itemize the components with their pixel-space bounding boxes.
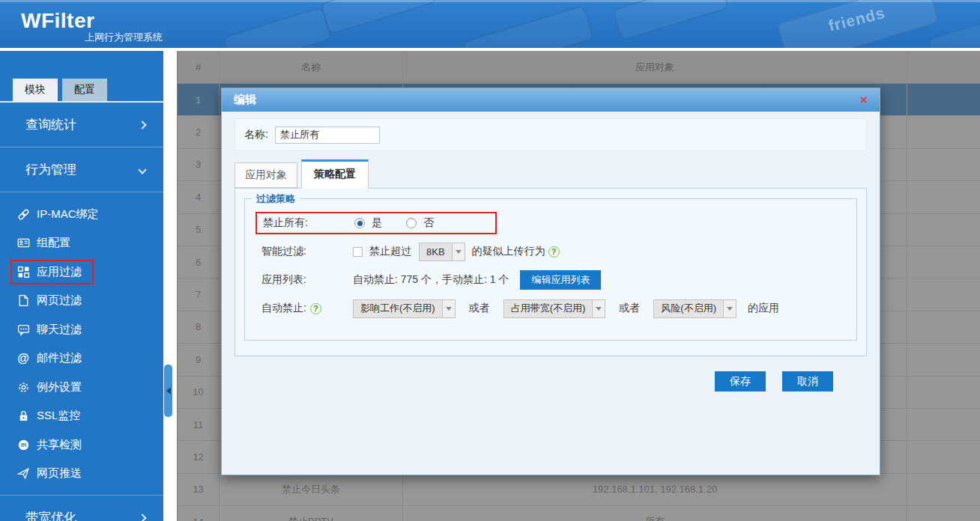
section-label: 行为管理 <box>25 161 76 178</box>
sidebar-item-group-config[interactable]: 组配置 <box>0 229 163 258</box>
auto-ban-dropdown-2[interactable]: 占用带宽(不启用) <box>503 299 606 318</box>
radio-no-label: 否 <box>423 216 434 230</box>
at-icon: @ <box>16 352 30 365</box>
policy-config-panel: 过滤策略 禁止所有: 是 否 智能过滤: 禁止超过 <box>235 188 867 356</box>
tab-config[interactable]: 配置 <box>62 79 107 101</box>
auto-ban-dropdown-1[interactable]: 影响工作(不启用) <box>353 299 456 318</box>
help-icon[interactable]: ? <box>548 246 560 258</box>
dialog-body: 名称: 应用对象 策略配置 过滤策略 禁止所有: 是 否 <box>222 112 880 391</box>
keyboard-key-decoration <box>320 0 437 35</box>
sidebar-submenu: IP-MAC绑定 组配置 应用过滤 网页过滤 聊天过滤 @ 邮件过滤 例外设置 <box>0 192 163 496</box>
sidebar-item-share-detect[interactable]: m 共享检测 <box>0 430 163 460</box>
name-label: 名称: <box>244 128 268 141</box>
chevron-right-icon <box>138 121 146 129</box>
sidebar-item-label: SSL监控 <box>37 409 80 423</box>
auto-ban-dropdown-3[interactable]: 风险(不启用) <box>653 299 736 318</box>
smart-filter-checkbox[interactable] <box>353 247 363 257</box>
app-list-label: 应用列表: <box>261 273 353 287</box>
forbid-all-label: 禁止所有: <box>263 216 354 230</box>
size-dropdown-value: 8KB <box>420 243 452 260</box>
name-field-row: 名称: <box>235 118 867 151</box>
app-list-summary: 自动禁止: 775 个，手动禁止: 1 个 <box>353 273 509 287</box>
link-icon <box>16 207 30 221</box>
sidebar-item-label: 邮件过滤 <box>37 351 82 365</box>
sidebar-item-web-filter[interactable]: 网页过滤 <box>0 287 163 316</box>
sidebar-item-chat-filter[interactable]: 聊天过滤 <box>0 315 163 344</box>
tab-policy-config[interactable]: 策略配置 <box>301 159 369 189</box>
app-logo: WFilter <box>21 9 94 33</box>
section-label: 查询统计 <box>25 116 76 133</box>
save-button[interactable]: 保存 <box>715 371 766 391</box>
sidebar: 模块 配置 查询统计 行为管理 IP-MAC绑定 组配置 应用过滤 网页过滤 <box>0 51 163 521</box>
auto-ban-label-text: 自动禁止: <box>261 302 306 315</box>
or-text: 或者 <box>469 302 490 315</box>
sidebar-section-bandwidth[interactable]: 带宽优化 <box>0 496 163 521</box>
chevron-down-icon <box>138 165 146 174</box>
sidebar-item-label: 网页推送 <box>37 466 82 481</box>
tab-modules[interactable]: 模块 <box>13 79 58 101</box>
globe-icon: m <box>16 438 30 451</box>
annotation-red-box: 应用过滤 <box>10 260 94 284</box>
size-dropdown[interactable]: 8KB <box>419 243 465 261</box>
smart-filter-text-before: 禁止超过 <box>369 245 411 258</box>
radio-yes-label: 是 <box>372 216 382 230</box>
id-card-icon <box>16 237 30 250</box>
dropdown-arrow-icon <box>723 300 736 317</box>
smart-filter-row: 智能过滤: 禁止超过 8KB 的疑似上传行为 ? <box>261 240 856 263</box>
collapse-arrow-icon <box>166 387 171 394</box>
or-text: 或者 <box>619 302 640 315</box>
sidebar-item-web-push[interactable]: 网页推送 <box>0 460 163 489</box>
keyboard-key-decoration <box>462 4 595 48</box>
app-header: friends WFilter 上网行为管理系统 <box>0 0 980 48</box>
app-subtitle: 上网行为管理系统 <box>85 31 163 44</box>
forbid-all-row: 禁止所有: 是 否 <box>261 212 856 234</box>
tab-app-target[interactable]: 应用对象 <box>235 162 297 188</box>
dialog-titlebar[interactable]: 编辑 × <box>222 88 880 112</box>
sidebar-item-label: 应用过滤 <box>37 265 82 279</box>
auto-ban-row: 自动禁止: ? 影响工作(不启用) 或者 占用带宽(不启用) <box>261 297 856 320</box>
sidebar-item-app-filter[interactable]: 应用过滤 <box>0 258 163 287</box>
edit-app-list-button[interactable]: 编辑应用列表 <box>520 270 601 290</box>
sidebar-section-query-stats[interactable]: 查询统计 <box>0 103 163 147</box>
suffix-text: 的应用 <box>748 302 779 315</box>
auto-ban-label: 自动禁止: ? <box>261 302 353 315</box>
annotation-red-box: 禁止所有: 是 否 <box>255 212 497 234</box>
dropdown-arrow-icon <box>452 243 465 260</box>
smart-filter-text-after: 的疑似上传行为 <box>472 245 545 258</box>
radio-yes[interactable] <box>354 218 365 228</box>
radio-no[interactable] <box>406 218 417 228</box>
help-icon[interactable]: ? <box>310 303 321 314</box>
edit-dialog: 编辑 × 名称: 应用对象 策略配置 过滤策略 禁止所有: 是 <box>221 88 880 475</box>
sidebar-tabs: 模块 配置 <box>0 51 163 103</box>
filter-policy-fieldset: 过滤策略 禁止所有: 是 否 智能过滤: 禁止超过 <box>244 198 857 341</box>
auto-ban-dropdown-3-value: 风险(不启用) <box>654 300 723 317</box>
sidebar-item-label: IP-MAC绑定 <box>37 207 99 222</box>
dialog-tabs: 应用对象 策略配置 <box>235 159 867 188</box>
chevron-right-icon <box>138 514 146 521</box>
lock-icon <box>16 409 30 423</box>
app-list-row: 应用列表: 自动禁止: 775 个，手动禁止: 1 个 编辑应用列表 <box>261 269 856 291</box>
sidebar-item-label: 共享检测 <box>37 438 82 452</box>
fieldset-legend: 过滤策略 <box>252 192 300 206</box>
sidebar-item-exceptions[interactable]: 例外设置 <box>0 373 163 402</box>
svg-text:m: m <box>20 441 26 448</box>
section-label: 带宽优化 <box>25 509 76 521</box>
dropdown-arrow-icon <box>442 300 455 317</box>
keyboard-key-decoration <box>612 0 729 41</box>
grid-icon <box>16 265 30 278</box>
gear-icon <box>16 380 30 394</box>
sidebar-item-label: 例外设置 <box>37 380 82 394</box>
auto-ban-dropdown-1-value: 影响工作(不启用) <box>354 300 442 317</box>
sidebar-section-behavior-mgmt[interactable]: 行为管理 <box>0 147 163 192</box>
cancel-button[interactable]: 取消 <box>782 371 833 391</box>
sidebar-item-mail-filter[interactable]: @ 邮件过滤 <box>0 344 163 374</box>
sidebar-item-ssl-monitor[interactable]: SSL监控 <box>0 402 163 431</box>
name-input[interactable] <box>275 127 380 144</box>
sidebar-item-ip-mac[interactable]: IP-MAC绑定 <box>0 200 163 229</box>
send-icon <box>16 467 30 481</box>
auto-ban-dropdown-2-value: 占用带宽(不启用) <box>504 300 593 317</box>
dropdown-arrow-icon <box>592 300 605 317</box>
keyboard-key-decoration <box>222 7 332 48</box>
sidebar-scrollbar-thumb[interactable] <box>164 365 172 417</box>
close-icon[interactable]: × <box>860 94 868 106</box>
